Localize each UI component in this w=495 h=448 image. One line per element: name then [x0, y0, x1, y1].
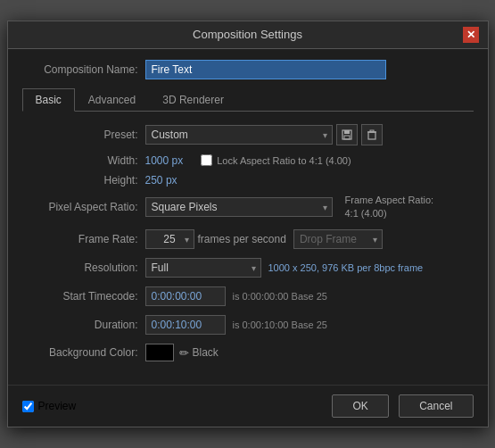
duration-note: is 0:00:10:00 Base 25 [233, 319, 327, 330]
preview-label: Preview [38, 400, 77, 412]
preset-save-button[interactable] [336, 124, 358, 145]
preset-select-wrapper: Custom [145, 125, 333, 145]
save-icon [342, 129, 352, 140]
comp-name-label: Composition Name: [22, 63, 138, 76]
duration-input[interactable] [145, 315, 226, 335]
start-timecode-label: Start Timecode: [22, 290, 138, 303]
framerate-wrapper [145, 229, 194, 249]
tab-basic[interactable]: Basic [22, 88, 75, 112]
eyedropper-button[interactable]: ✏ [179, 346, 189, 360]
frame-aspect-value: 4:1 (4.00) [345, 208, 387, 219]
preview-row: Preview [22, 400, 77, 412]
svg-rect-5 [370, 130, 374, 132]
start-timecode-note: is 0:00:00:00 Base 25 [233, 291, 327, 302]
frame-aspect-info: Frame Aspect Ratio: 4:1 (4.00) [345, 194, 434, 221]
dialog-title: Composition Settings [33, 28, 463, 41]
composition-settings-dialog: Composition Settings ✕ Composition Name:… [7, 21, 489, 428]
height-label: Height: [22, 174, 138, 187]
frame-rate-row: Frame Rate: frames per second Drop Frame [22, 229, 474, 249]
lock-aspect-label: Lock Aspect Ratio to 4:1 (4.00) [217, 155, 351, 166]
width-row: Width: 1000 px Lock Aspect Ratio to 4:1 … [22, 154, 474, 167]
comp-name-row: Composition Name: [22, 60, 474, 79]
frame-aspect-label: Frame Aspect Ratio: [345, 195, 434, 205]
width-value[interactable]: 1000 px [145, 154, 184, 167]
width-label: Width: [22, 154, 138, 167]
pixel-aspect-select-wrapper: Square Pixels [145, 197, 333, 217]
preview-checkbox[interactable] [22, 401, 34, 412]
preset-select[interactable]: Custom [145, 125, 333, 145]
resolution-select-wrapper: Full [145, 258, 261, 278]
lock-aspect-checkbox[interactable] [201, 154, 212, 166]
height-value[interactable]: 250 px [145, 174, 177, 187]
cancel-button[interactable]: Cancel [399, 394, 473, 418]
tab-3d-renderer[interactable]: 3D Renderer [149, 88, 237, 112]
resolution-label: Resolution: [22, 261, 138, 274]
duration-row: Duration: is 0:00:10:00 Base 25 [22, 315, 474, 335]
frame-rate-unit: frames per second [198, 233, 286, 245]
tab-advanced[interactable]: Advanced [75, 88, 149, 112]
pixel-aspect-row: Pixel Aspect Ratio: Square Pixels Frame … [22, 194, 474, 221]
resolution-select[interactable]: Full [145, 258, 261, 278]
bg-color-name: Black [193, 346, 219, 359]
start-timecode-row: Start Timecode: is 0:00:00:00 Base 25 [22, 286, 474, 306]
bg-color-swatch[interactable] [145, 344, 174, 361]
bg-color-label: Background Color: [22, 346, 138, 359]
tabs: Basic Advanced 3D Renderer [22, 88, 474, 112]
lock-aspect-row: Lock Aspect Ratio to 4:1 (4.00) [201, 154, 351, 166]
close-button[interactable]: ✕ [463, 27, 479, 43]
pixel-aspect-select[interactable]: Square Pixels [145, 197, 333, 217]
svg-rect-1 [344, 130, 350, 134]
svg-rect-2 [344, 136, 350, 139]
frame-rate-label: Frame Rate: [22, 233, 138, 245]
title-bar: Composition Settings ✕ [8, 21, 488, 49]
preset-row: Preset: Custom [22, 124, 474, 145]
frame-rate-input[interactable] [145, 229, 194, 249]
height-row: Height: 250 px [22, 174, 474, 187]
dialog-footer: Preview OK Cancel [8, 385, 488, 427]
resolution-info: 1000 x 250, 976 KB per 8bpc frame [268, 262, 424, 273]
start-timecode-input[interactable] [145, 286, 226, 306]
trash-icon [367, 129, 377, 140]
footer-buttons: OK Cancel [325, 394, 473, 418]
pixel-aspect-label: Pixel Aspect Ratio: [22, 201, 138, 213]
svg-rect-3 [368, 132, 375, 139]
bg-color-row: Background Color: ✏ Black [22, 344, 474, 361]
comp-name-input[interactable] [145, 60, 386, 79]
drop-frame-wrapper: Drop Frame [293, 229, 383, 249]
preset-delete-button[interactable] [361, 124, 383, 145]
dialog-body: Composition Name: Basic Advanced 3D Rend… [8, 49, 488, 382]
duration-label: Duration: [22, 319, 138, 331]
preset-label: Preset: [22, 129, 138, 141]
drop-frame-select[interactable]: Drop Frame [293, 229, 383, 249]
resolution-row: Resolution: Full 1000 x 250, 976 KB per … [22, 258, 474, 278]
ok-button[interactable]: OK [332, 394, 388, 418]
